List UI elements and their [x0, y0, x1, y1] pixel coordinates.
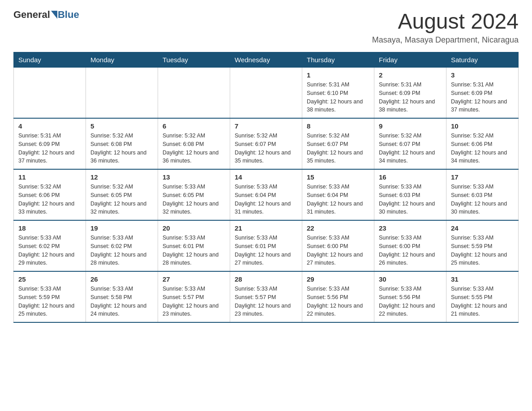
day-cell: 12Sunrise: 5:32 AMSunset: 6:05 PMDayligh… [86, 169, 158, 220]
day-info: Sunrise: 5:33 AMSunset: 6:04 PMDaylight:… [235, 183, 297, 216]
day-number: 22 [307, 224, 369, 232]
day-info: Sunrise: 5:33 AMSunset: 5:59 PMDaylight:… [18, 285, 81, 318]
day-cell: 30Sunrise: 5:33 AMSunset: 5:56 PMDayligh… [374, 271, 446, 322]
title-area: August 2024 Masaya, Masaya Department, N… [372, 9, 519, 45]
header-cell-friday: Friday [374, 52, 446, 68]
day-info: Sunrise: 5:33 AMSunset: 6:05 PMDaylight:… [163, 183, 225, 216]
header-cell-tuesday: Tuesday [158, 52, 230, 68]
day-info: Sunrise: 5:33 AMSunset: 6:02 PMDaylight:… [90, 234, 153, 267]
day-cell: 7Sunrise: 5:32 AMSunset: 6:07 PMDaylight… [230, 118, 302, 169]
day-number: 3 [451, 71, 514, 79]
day-info: Sunrise: 5:32 AMSunset: 6:07 PMDaylight:… [307, 132, 369, 165]
day-cell: 6Sunrise: 5:32 AMSunset: 6:08 PMDaylight… [158, 118, 230, 169]
day-info: Sunrise: 5:33 AMSunset: 5:56 PMDaylight:… [307, 285, 369, 318]
day-cell: 8Sunrise: 5:32 AMSunset: 6:07 PMDaylight… [302, 118, 374, 169]
month-title: August 2024 [372, 9, 519, 34]
day-info: Sunrise: 5:33 AMSunset: 6:00 PMDaylight:… [307, 234, 369, 267]
day-cell: 27Sunrise: 5:33 AMSunset: 5:57 PMDayligh… [158, 271, 230, 322]
day-info: Sunrise: 5:33 AMSunset: 6:04 PMDaylight:… [307, 183, 369, 216]
day-cell: 17Sunrise: 5:33 AMSunset: 6:03 PMDayligh… [446, 169, 519, 220]
day-number: 8 [307, 122, 369, 130]
day-number: 21 [235, 224, 297, 232]
day-info: Sunrise: 5:32 AMSunset: 6:07 PMDaylight:… [379, 132, 442, 165]
header-cell-monday: Monday [86, 52, 158, 68]
day-cell: 19Sunrise: 5:33 AMSunset: 6:02 PMDayligh… [86, 220, 158, 271]
day-info: Sunrise: 5:32 AMSunset: 6:08 PMDaylight:… [163, 132, 225, 165]
header: General Blue August 2024 Masaya, Masaya … [13, 9, 519, 45]
day-cell: 3Sunrise: 5:31 AMSunset: 6:09 PMDaylight… [446, 68, 519, 119]
day-cell: 1Sunrise: 5:31 AMSunset: 6:10 PMDaylight… [302, 68, 374, 119]
day-number: 9 [379, 122, 442, 130]
day-cell: 10Sunrise: 5:32 AMSunset: 6:06 PMDayligh… [446, 118, 519, 169]
week-row-5: 25Sunrise: 5:33 AMSunset: 5:59 PMDayligh… [14, 271, 519, 322]
day-info: Sunrise: 5:31 AMSunset: 6:09 PMDaylight:… [379, 81, 442, 114]
day-cell: 28Sunrise: 5:33 AMSunset: 5:57 PMDayligh… [230, 271, 302, 322]
logo-blue-part: Blue [50, 9, 79, 21]
day-cell: 23Sunrise: 5:33 AMSunset: 6:00 PMDayligh… [374, 220, 446, 271]
day-number: 20 [163, 224, 225, 232]
day-cell: 4Sunrise: 5:31 AMSunset: 6:09 PMDaylight… [14, 118, 86, 169]
day-cell: 20Sunrise: 5:33 AMSunset: 6:01 PMDayligh… [158, 220, 230, 271]
day-number: 23 [379, 224, 442, 232]
logo-triangle-icon [51, 11, 57, 19]
day-info: Sunrise: 5:33 AMSunset: 6:03 PMDaylight:… [451, 183, 514, 216]
day-number: 30 [379, 275, 442, 283]
day-cell: 24Sunrise: 5:33 AMSunset: 5:59 PMDayligh… [446, 220, 519, 271]
day-info: Sunrise: 5:33 AMSunset: 5:59 PMDaylight:… [451, 234, 514, 267]
week-row-1: 1Sunrise: 5:31 AMSunset: 6:10 PMDaylight… [14, 68, 519, 119]
day-info: Sunrise: 5:33 AMSunset: 6:02 PMDaylight:… [18, 234, 81, 267]
day-info: Sunrise: 5:33 AMSunset: 5:56 PMDaylight:… [379, 285, 442, 318]
day-info: Sunrise: 5:33 AMSunset: 5:57 PMDaylight:… [235, 285, 297, 318]
day-cell: 31Sunrise: 5:33 AMSunset: 5:55 PMDayligh… [446, 271, 519, 322]
day-number: 13 [163, 173, 225, 181]
calendar-body: 1Sunrise: 5:31 AMSunset: 6:10 PMDaylight… [14, 68, 519, 323]
header-cell-thursday: Thursday [302, 52, 374, 68]
day-info: Sunrise: 5:33 AMSunset: 6:00 PMDaylight:… [379, 234, 442, 267]
day-cell: 9Sunrise: 5:32 AMSunset: 6:07 PMDaylight… [374, 118, 446, 169]
day-cell [14, 68, 86, 119]
day-number: 5 [90, 122, 153, 130]
day-cell [158, 68, 230, 119]
day-number: 14 [235, 173, 297, 181]
day-cell: 14Sunrise: 5:33 AMSunset: 6:04 PMDayligh… [230, 169, 302, 220]
logo-general-text: General [13, 9, 50, 21]
header-cell-sunday: Sunday [14, 52, 86, 68]
header-cell-wednesday: Wednesday [230, 52, 302, 68]
day-info: Sunrise: 5:31 AMSunset: 6:09 PMDaylight:… [18, 132, 81, 165]
day-cell: 18Sunrise: 5:33 AMSunset: 6:02 PMDayligh… [14, 220, 86, 271]
day-number: 29 [307, 275, 369, 283]
logo-blue-text: Blue [58, 9, 79, 21]
day-number: 2 [379, 71, 442, 79]
day-number: 6 [163, 122, 225, 130]
day-number: 15 [307, 173, 369, 181]
week-row-2: 4Sunrise: 5:31 AMSunset: 6:09 PMDaylight… [14, 118, 519, 169]
day-number: 16 [379, 173, 442, 181]
day-info: Sunrise: 5:33 AMSunset: 6:01 PMDaylight:… [235, 234, 297, 267]
day-cell: 5Sunrise: 5:32 AMSunset: 6:08 PMDaylight… [86, 118, 158, 169]
day-number: 31 [451, 275, 514, 283]
day-number: 1 [307, 71, 369, 79]
day-number: 27 [163, 275, 225, 283]
day-number: 18 [18, 224, 81, 232]
day-cell: 21Sunrise: 5:33 AMSunset: 6:01 PMDayligh… [230, 220, 302, 271]
day-info: Sunrise: 5:33 AMSunset: 5:57 PMDaylight:… [163, 285, 225, 318]
day-number: 4 [18, 122, 81, 130]
day-cell: 13Sunrise: 5:33 AMSunset: 6:05 PMDayligh… [158, 169, 230, 220]
day-info: Sunrise: 5:32 AMSunset: 6:07 PMDaylight:… [235, 132, 297, 165]
day-info: Sunrise: 5:31 AMSunset: 6:10 PMDaylight:… [307, 81, 369, 114]
day-cell: 16Sunrise: 5:33 AMSunset: 6:03 PMDayligh… [374, 169, 446, 220]
day-info: Sunrise: 5:31 AMSunset: 6:09 PMDaylight:… [451, 81, 514, 114]
header-row: SundayMondayTuesdayWednesdayThursdayFrid… [14, 52, 519, 68]
day-cell: 26Sunrise: 5:33 AMSunset: 5:58 PMDayligh… [86, 271, 158, 322]
day-cell: 11Sunrise: 5:32 AMSunset: 6:06 PMDayligh… [14, 169, 86, 220]
day-number: 26 [90, 275, 153, 283]
day-info: Sunrise: 5:33 AMSunset: 6:01 PMDaylight:… [163, 234, 225, 267]
calendar-table: SundayMondayTuesdayWednesdayThursdayFrid… [13, 52, 519, 323]
logo: General Blue [13, 9, 79, 21]
day-number: 25 [18, 275, 81, 283]
day-info: Sunrise: 5:32 AMSunset: 6:06 PMDaylight:… [18, 183, 81, 216]
day-info: Sunrise: 5:33 AMSunset: 5:58 PMDaylight:… [90, 285, 153, 318]
day-info: Sunrise: 5:33 AMSunset: 6:03 PMDaylight:… [379, 183, 442, 216]
day-number: 19 [90, 224, 153, 232]
day-number: 11 [18, 173, 81, 181]
